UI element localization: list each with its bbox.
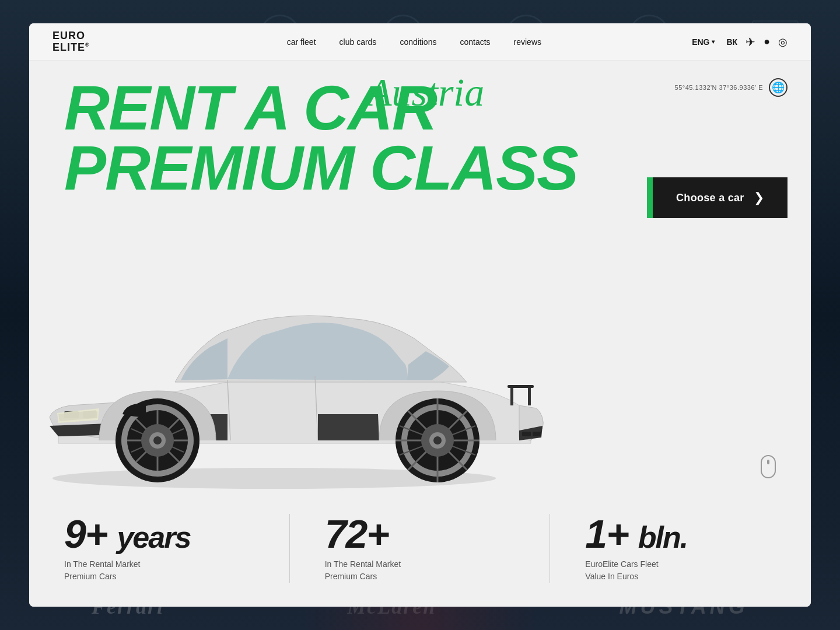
nav-right: ENG ▾ ВК ✈ ● ◎ <box>692 35 788 49</box>
hero-section: 55°45.1332'N 37°36.9336' E 🌐 RENT A CAR … <box>29 61 811 490</box>
stats-section: 9+ years In The Rental MarketPremium Car… <box>29 490 811 607</box>
stat-count-number: 72+ <box>325 514 516 554</box>
hero-title-line2: PREMIUM CLASS <box>64 138 578 198</box>
svg-point-18 <box>153 436 162 444</box>
nav-contacts[interactable]: contacts <box>460 37 490 47</box>
svg-rect-5 <box>510 388 513 405</box>
globe-icon[interactable]: 🌐 <box>769 78 788 97</box>
mouse-scroll-dot <box>767 460 769 464</box>
hero-title-line1: RENT A CAR <box>64 78 578 138</box>
svg-rect-31 <box>522 432 531 436</box>
vk-icon[interactable]: ВК <box>726 37 737 47</box>
stat-value-desc: EuroElite Cars FleetValue In Euros <box>585 558 776 583</box>
nav-club-cards[interactable]: club cards <box>340 37 377 47</box>
austria-location: Austria <box>368 69 484 116</box>
language-selector[interactable]: ENG ▾ <box>692 37 715 47</box>
mouse-icon <box>761 455 776 478</box>
chevron-down-icon: ▾ <box>712 38 715 45</box>
svg-rect-6 <box>528 388 531 405</box>
stat-years-number: 9+ years <box>64 514 255 554</box>
social-icons: ВК ✈ ● ◎ <box>726 35 788 49</box>
car-image <box>29 210 554 490</box>
stat-value: 1+ bln. EuroElite Cars FleetValue In Eur… <box>550 496 811 600</box>
svg-point-30 <box>433 436 442 444</box>
logo-line1: EURO <box>52 30 90 42</box>
navbar: EURO ELITE® car fleet club cards conditi… <box>29 23 811 61</box>
stat-years-desc: In The Rental MarketPremium Cars <box>64 558 255 583</box>
stat-count-desc: In The Rental MarketPremium Cars <box>325 558 516 583</box>
logo-line2: ELITE® <box>52 42 90 54</box>
cta-label: Choose a car <box>676 192 744 204</box>
nav-conditions[interactable]: conditions <box>400 37 436 47</box>
main-card: EURO ELITE® car fleet club cards conditi… <box>29 23 811 607</box>
svg-rect-32 <box>533 432 541 436</box>
coordinates-text: 55°45.1332'N 37°36.9336' E <box>675 84 763 91</box>
telegram-icon[interactable]: ✈ <box>746 35 755 49</box>
stat-count: 72+ In The Rental MarketPremium Cars <box>290 496 551 600</box>
nav-car-fleet[interactable]: car fleet <box>287 37 316 47</box>
stat-value-number: 1+ bln. <box>585 514 776 554</box>
whatsapp-icon[interactable]: ● <box>764 36 770 48</box>
coordinates-container: 55°45.1332'N 37°36.9336' E 🌐 <box>675 78 788 97</box>
instagram-icon[interactable]: ◎ <box>778 36 788 48</box>
choose-car-button[interactable]: Choose a car ❯ <box>653 177 788 218</box>
stat-years: 9+ years In The Rental MarketPremium Car… <box>29 496 290 600</box>
scroll-indicator <box>761 455 776 478</box>
nav-reviews[interactable]: reviews <box>514 37 541 47</box>
cta-accent-bar <box>647 177 653 218</box>
nav-links: car fleet club cards conditions contacts… <box>136 37 692 47</box>
cta-container: Choose a car ❯ <box>647 177 788 218</box>
svg-rect-4 <box>508 385 534 388</box>
logo[interactable]: EURO ELITE® <box>52 30 90 54</box>
cta-chevron-icon: ❯ <box>754 190 764 205</box>
hero-content: RENT A CAR PREMIUM CLASS <box>64 78 578 198</box>
